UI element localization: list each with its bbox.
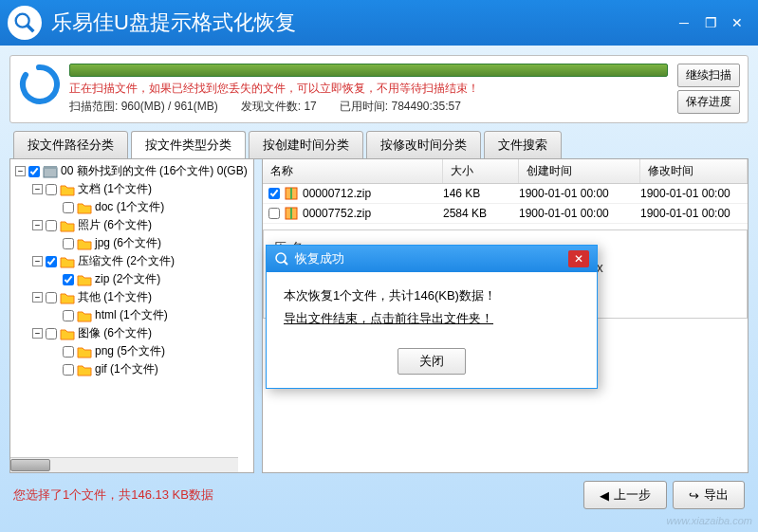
dialog-close-button[interactable]: ✕	[568, 250, 589, 267]
tab-by-mtime[interactable]: 按修改时间分类	[366, 131, 481, 159]
file-size: 2584 KB	[443, 207, 519, 220]
svg-rect-7	[290, 208, 292, 219]
zip-file-icon	[284, 186, 299, 201]
tree-toggle-icon[interactable]: −	[32, 184, 43, 194]
file-tree-panel: −00 额外找到的文件 (16个文件) 0(GB)−文档 (1个文件)doc (…	[9, 158, 254, 473]
tree-node[interactable]: zip (2个文件)	[13, 270, 250, 288]
dialog-close-btn[interactable]: 关闭	[397, 348, 466, 375]
scan-spinner-icon	[18, 64, 60, 105]
export-button[interactable]: ↪ 导出	[673, 481, 745, 509]
file-name: 00000712.zip	[303, 187, 371, 200]
minimize-button[interactable]: ─	[671, 12, 697, 33]
tree-checkbox[interactable]	[46, 256, 57, 267]
tree-node[interactable]: −照片 (6个文件)	[13, 216, 250, 234]
tree-node[interactable]: jpg (6个文件)	[13, 234, 250, 252]
tree-label: 00 额外找到的文件 (16个文件) 0(GB)	[61, 163, 248, 179]
tab-search[interactable]: 文件搜索	[484, 131, 562, 159]
selection-summary: 您选择了1个文件，共146.13 KB数据	[13, 486, 578, 504]
tree-label: html (1个文件)	[95, 307, 168, 323]
col-name[interactable]: 名称	[263, 159, 443, 183]
tree-node[interactable]: −00 额外找到的文件 (16个文件) 0(GB)	[13, 162, 250, 180]
recovery-success-dialog: 恢复成功 ✕ 本次恢复1个文件，共计146(KB)数据！ 导出文件结束，点击前往…	[266, 245, 598, 389]
tree-label: png (5个文件)	[95, 343, 165, 359]
dialog-message-1: 本次恢复1个文件，共计146(KB)数据！	[284, 287, 580, 304]
row-checkbox[interactable]	[268, 208, 280, 219]
app-title: 乐易佳U盘提示格式化恢复	[51, 9, 671, 37]
prev-button[interactable]: ◀ 上一步	[583, 481, 667, 509]
tree-toggle-icon[interactable]: −	[32, 256, 43, 266]
tree-checkbox[interactable]	[63, 238, 74, 249]
table-row[interactable]: 00000712.zip146 KB1900-01-01 00:001900-0…	[263, 184, 748, 204]
svg-line-9	[284, 261, 287, 265]
tree-checkbox[interactable]	[63, 346, 74, 358]
tab-by-ctime[interactable]: 按创建时间分类	[249, 131, 363, 159]
zip-file-icon	[284, 206, 299, 221]
table-row[interactable]: 00007752.zip2584 KB1900-01-01 00:001900-…	[263, 204, 748, 224]
file-name: 00007752.zip	[303, 207, 371, 220]
titlebar: 乐易佳U盘提示格式化恢复 ─ ❐ ✕	[0, 0, 758, 46]
tree-checkbox[interactable]	[28, 166, 40, 177]
tree-checkbox[interactable]	[46, 184, 57, 195]
continue-scan-button[interactable]: 继续扫描	[677, 64, 740, 87]
tree-label: zip (2个文件)	[95, 271, 160, 287]
col-ctime[interactable]: 创建时间	[519, 159, 640, 183]
col-mtime[interactable]: 修改时间	[640, 159, 748, 183]
svg-rect-2	[44, 168, 57, 177]
dialog-title: 恢复成功	[295, 250, 568, 267]
tree-toggle-icon[interactable]: −	[32, 292, 43, 303]
file-ctime: 1900-01-01 00:00	[519, 187, 640, 200]
save-progress-button[interactable]: 保存进度	[677, 90, 740, 114]
tree-horizontal-scrollbar[interactable]	[10, 457, 238, 472]
column-header: 名称 大小 创建时间 修改时间	[263, 159, 748, 184]
tree-node[interactable]: −压缩文件 (2个文件)	[13, 252, 250, 270]
tree-label: 其他 (1个文件)	[78, 289, 152, 305]
tree-label: jpg (6个文件)	[95, 235, 161, 251]
tree-node[interactable]: −图像 (6个文件)	[13, 324, 250, 342]
tree-node[interactable]: −其他 (1个文件)	[13, 288, 250, 306]
file-ctime: 1900-01-01 00:00	[519, 207, 640, 220]
app-logo-icon	[8, 6, 42, 40]
tree-checkbox[interactable]	[46, 292, 57, 303]
tree-checkbox[interactable]	[63, 364, 74, 376]
tree-toggle-icon[interactable]: −	[32, 220, 43, 230]
tree-toggle-icon[interactable]: −	[15, 166, 26, 176]
tree-node[interactable]: html (1个文件)	[13, 306, 250, 324]
tree-label: 图像 (6个文件)	[78, 325, 152, 341]
row-checkbox[interactable]	[268, 188, 280, 199]
file-size: 146 KB	[443, 187, 519, 200]
tree-toggle-icon[interactable]: −	[32, 328, 43, 339]
tree-checkbox[interactable]	[63, 202, 74, 213]
svg-rect-3	[44, 166, 57, 169]
tree-node[interactable]: −文档 (1个文件)	[13, 180, 250, 198]
tab-by-type[interactable]: 按文件类型分类	[131, 131, 246, 159]
tab-bar: 按文件路径分类 按文件类型分类 按创建时间分类 按修改时间分类 文件搜索	[9, 131, 749, 159]
tree-checkbox[interactable]	[63, 274, 74, 285]
scan-message: 正在扫描文件，如果已经找到您丢失的文件，可以立即恢复，不用等待扫描结束！	[69, 81, 668, 97]
tab-by-path[interactable]: 按文件路径分类	[13, 131, 128, 159]
tree-node[interactable]: doc (1个文件)	[13, 198, 250, 216]
svg-line-1	[27, 25, 33, 31]
watermark: www.xiazaiba.com	[667, 515, 752, 526]
close-button[interactable]: ✕	[724, 12, 750, 33]
file-mtime: 1900-01-01 00:00	[640, 187, 748, 200]
tree-label: doc (1个文件)	[95, 199, 164, 215]
tree-label: 照片 (6个文件)	[78, 217, 152, 233]
maximize-button[interactable]: ❐	[697, 12, 724, 33]
scan-status-panel: 正在扫描文件，如果已经找到您丢失的文件，可以立即恢复，不用等待扫描结束！ 扫描范…	[9, 55, 749, 123]
tree-checkbox[interactable]	[63, 310, 74, 321]
tree-node[interactable]: png (5个文件)	[13, 342, 250, 360]
tree-label: 压缩文件 (2个文件)	[78, 253, 175, 269]
tree-checkbox[interactable]	[46, 220, 57, 231]
tree-label: 文档 (1个文件)	[78, 181, 152, 197]
scan-progress-bar	[69, 64, 668, 77]
tree-checkbox[interactable]	[46, 328, 57, 339]
file-mtime: 1900-01-01 00:00	[640, 207, 748, 220]
tree-node[interactable]: gif (1个文件)	[13, 360, 250, 378]
scan-stats: 扫描范围: 960(MB) / 961(MB) 发现文件数: 17 已用时间: …	[69, 99, 668, 115]
tree-label: gif (1个文件)	[95, 361, 158, 377]
dialog-open-folder-link[interactable]: 导出文件结束，点击前往导出文件夹！	[284, 310, 580, 327]
col-size[interactable]: 大小	[443, 159, 519, 183]
dialog-icon	[274, 251, 289, 266]
svg-rect-5	[290, 188, 292, 199]
